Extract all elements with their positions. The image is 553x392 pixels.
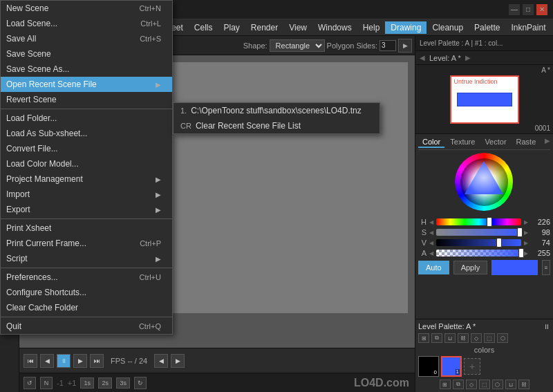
next-arrow[interactable]: ▶ — [171, 354, 185, 368]
menu-help[interactable]: Help — [357, 21, 386, 34]
swatch-0[interactable]: 0 — [418, 356, 439, 377]
menu-item-clear-cache[interactable]: Clear Cache Folder — [1, 300, 172, 315]
minimize-button[interactable]: — — [509, 4, 520, 15]
swatch-1[interactable]: 1 — [441, 356, 462, 377]
level-nav-left[interactable]: ◀ — [420, 54, 425, 62]
status-icon-1[interactable]: ↺ — [24, 377, 36, 389]
menu-inknpaint[interactable]: InknPaint — [505, 21, 551, 34]
step2-btn[interactable]: 2s — [98, 377, 112, 389]
menu-item-save-scene-as[interactable]: Save Scene As... — [1, 62, 172, 77]
tab-texture[interactable]: Texture — [446, 137, 479, 148]
hue-arrow-left[interactable]: ◀ — [429, 219, 433, 225]
menu-item-open-recent[interactable]: Open Recent Scene File ▶ — [1, 77, 172, 92]
level-nav-right[interactable]: ▶ — [465, 54, 471, 62]
shape-select[interactable]: Rectangle Ellipse Line — [270, 39, 325, 52]
palette-copy2-icon[interactable]: ⬡ — [497, 333, 508, 343]
sat-slider[interactable] — [436, 229, 521, 236]
val-arrow-right[interactable]: ▶ — [524, 240, 528, 246]
menu-item-quit[interactable]: Quit Ctrl+Q — [1, 319, 172, 334]
prev-arrow[interactable]: ◀ — [154, 354, 168, 368]
val-slider[interactable] — [436, 239, 521, 246]
recent-item-clear[interactable]: CR Clear Recent Scene File List — [174, 118, 379, 133]
close-button[interactable]: ✕ — [536, 4, 547, 15]
tab-raste[interactable]: Raste — [512, 137, 541, 148]
menu-item-load-sub[interactable]: Load As Sub-xsheet... — [1, 126, 172, 141]
menu-item-load-scene[interactable]: Load Scene... Ctrl+L — [1, 16, 172, 31]
menu-render[interactable]: Render — [245, 21, 283, 34]
sat-value: 98 — [531, 228, 550, 236]
menu-drawing[interactable]: Drawing — [385, 21, 427, 34]
tab-color[interactable]: Color — [418, 137, 444, 148]
level-palette-header: Level Palette: A * ⏸ — [418, 322, 550, 330]
val-arrow-left[interactable]: ◀ — [429, 240, 433, 246]
palette-pause-btn[interactable]: ⏸ — [543, 323, 550, 330]
step1-btn[interactable]: 1s — [80, 377, 94, 389]
pal-icon-7[interactable]: ⛓ — [518, 380, 529, 389]
menu-item-print-xsheet[interactable]: Print Xsheet — [1, 221, 172, 236]
pal-icon-6[interactable]: ⊔ — [505, 380, 516, 389]
play-button[interactable]: ▶ — [73, 354, 87, 368]
menu-play[interactable]: Play — [218, 21, 245, 34]
load-scene-shortcut: Ctrl+L — [140, 19, 161, 28]
prev-frame-button[interactable]: ◀ — [40, 354, 54, 368]
palette-link-icon[interactable]: ⛓ — [458, 333, 469, 343]
menu-windows[interactable]: Windows — [312, 21, 357, 34]
menu-item-load-color-model[interactable]: Load Color Model... — [1, 156, 172, 171]
recent-item-1[interactable]: 1. C:\OpenToonz stuff\sandbox\scenes\LO4… — [174, 103, 379, 118]
menu-item-import[interactable]: Import ▶ — [1, 187, 172, 202]
pal-icon-2[interactable]: ⧉ — [453, 380, 464, 389]
apply-button[interactable]: Apply — [453, 261, 488, 274]
menu-item-script[interactable]: Script ▶ — [1, 251, 172, 266]
menu-item-revert[interactable]: Revert Scene — [1, 92, 172, 107]
menu-cleanup[interactable]: Cleanup — [427, 21, 469, 34]
sat-arrow-left[interactable]: ◀ — [429, 230, 433, 236]
menu-item-export[interactable]: Export ▶ — [1, 202, 172, 217]
hue-arrow-right[interactable]: ▶ — [524, 219, 528, 225]
auto-button[interactable]: Auto — [418, 261, 449, 274]
val-label: V — [418, 239, 427, 247]
palette-diamond-icon[interactable]: ◇ — [471, 333, 482, 343]
alpha-slider[interactable] — [436, 250, 521, 256]
loop-icon[interactable]: ↻ — [134, 377, 147, 389]
menu-view[interactable]: View — [283, 21, 312, 34]
alpha-arrow-left[interactable]: ◀ — [429, 250, 433, 256]
menu-palette[interactable]: Palette — [469, 21, 505, 34]
more-icon[interactable]: ▶ — [398, 39, 412, 53]
pal-icon-3[interactable]: ◇ — [466, 380, 477, 389]
menu-item-load-folder[interactable]: Load Folder... — [1, 111, 172, 126]
pause-button[interactable]: ⏸ — [57, 354, 71, 368]
go-end-button[interactable]: ⏭ — [90, 354, 104, 368]
save-all-label: Save All — [6, 34, 36, 44]
color-tab-more[interactable]: ▶ — [545, 137, 550, 148]
menu-item-save-scene[interactable]: Save Scene — [1, 46, 172, 62]
alpha-arrow-right[interactable]: ▶ — [524, 250, 528, 256]
step3-btn[interactable]: 3s — [116, 377, 130, 389]
menu-item-configure-shortcuts[interactable]: Configure Shortcuts... — [1, 285, 172, 300]
palette-paste-icon[interactable]: ⊔ — [444, 333, 456, 343]
add-swatch-button[interactable]: + — [464, 358, 480, 375]
palette-frame-icon[interactable]: ⬚ — [484, 333, 495, 343]
pal-icon-5[interactable]: ⬡ — [492, 380, 503, 389]
menu-cells[interactable]: Cells — [189, 21, 218, 34]
menu-item-new-scene[interactable]: New Scene Ctrl+N — [1, 1, 172, 16]
maximize-button[interactable]: □ — [523, 4, 534, 15]
pal-icon-1[interactable]: ⊞ — [440, 380, 451, 389]
hue-slider[interactable] — [436, 218, 521, 225]
pal-icon-4[interactable]: ⬚ — [479, 380, 490, 389]
sat-arrow-right[interactable]: ▶ — [524, 230, 528, 236]
menu-item-print-frame[interactable]: Print Current Frame... Ctrl+P — [1, 236, 172, 251]
menu-item-save-all[interactable]: Save All Ctrl+S — [1, 31, 172, 46]
palette-copy-icon[interactable]: ⧉ — [431, 333, 442, 343]
tab-vector[interactable]: Vector — [480, 137, 510, 148]
menu-item-project-mgmt[interactable]: Project Management ▶ — [1, 171, 172, 187]
menu-item-convert[interactable]: Convert File... — [1, 141, 172, 156]
frame-minus1: -1 — [57, 379, 64, 387]
shape-label: Shape: — [243, 41, 268, 50]
status-icon-n[interactable]: N — [40, 377, 53, 389]
menu-item-preferences[interactable]: Preferences... Ctrl+U — [1, 270, 172, 285]
swatch-menu-button[interactable]: ≡ — [542, 260, 550, 275]
palette-grid-icon[interactable]: ⊞ — [418, 333, 429, 343]
go-start-button[interactable]: ⏮ — [24, 354, 37, 368]
polygon-input[interactable] — [379, 40, 396, 51]
thumbnail-label: Untrue Indiction — [454, 78, 498, 85]
